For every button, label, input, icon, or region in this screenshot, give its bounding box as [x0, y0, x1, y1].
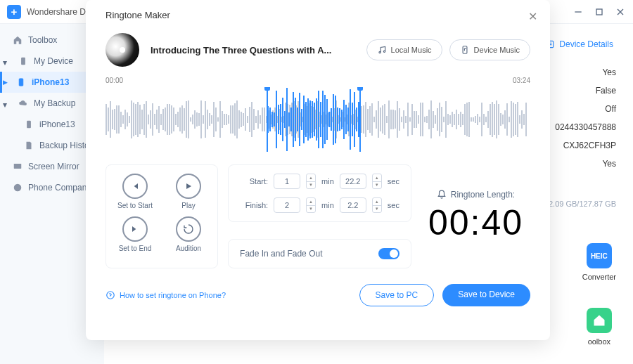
ringtone-length: Ringtone Length: 00:40	[421, 164, 530, 268]
music-icon	[377, 45, 387, 55]
save-to-device-button[interactable]: Save to Device	[442, 284, 530, 306]
svg-point-18	[378, 51, 380, 53]
close-icon[interactable]	[615, 6, 626, 18]
selection-handle-right[interactable]	[357, 87, 363, 91]
device-music-icon	[460, 45, 470, 55]
waveform-end-time: 03:24	[513, 77, 530, 84]
sidebar-label: Screen Mirror	[28, 162, 79, 171]
audition-button[interactable]: Audition	[171, 216, 206, 252]
maximize-icon[interactable]	[594, 6, 605, 18]
save-to-pc-button[interactable]: Save to PC	[359, 284, 435, 306]
device-details-link[interactable]: Device Details	[545, 39, 613, 49]
svg-rect-11	[596, 9, 602, 15]
time-inputs: Start: 1 ▲▼ min 22.2 ▲▼ sec Finish: 2 ▲▼…	[228, 164, 411, 222]
svg-rect-12	[21, 58, 25, 65]
finish-min-input[interactable]: 2	[274, 197, 300, 213]
fade-label: Fade In and Fade Out	[240, 249, 322, 259]
start-label: Start:	[240, 177, 268, 186]
svg-point-16	[14, 184, 22, 192]
heic-icon: HEIC	[587, 243, 612, 268]
selection-handle-left[interactable]	[264, 87, 270, 91]
svg-rect-15	[14, 164, 22, 169]
start-sec-input[interactable]: 22.2	[340, 174, 366, 189]
finish-label: Finish:	[240, 201, 268, 209]
info-value: Off	[555, 100, 616, 118]
start-sec-stepper[interactable]: ▲▼	[372, 174, 382, 189]
phone-icon	[18, 56, 28, 66]
sidebar-label: iPhone13	[39, 119, 75, 129]
modal-close-button[interactable]: ✕	[528, 10, 537, 23]
app-logo: +	[7, 5, 21, 19]
sidebar-label: Toolbox	[28, 35, 57, 45]
svg-point-19	[383, 51, 385, 52]
phone-icon	[24, 119, 34, 129]
device-music-button[interactable]: Device Music	[449, 39, 530, 60]
phone-icon	[16, 77, 26, 87]
toolbox-icon	[587, 308, 612, 333]
help-icon	[106, 290, 115, 300]
card-label: Converter	[582, 273, 616, 281]
finish-sec-input[interactable]: 2.2	[340, 197, 366, 213]
sidebar-label: My Device	[34, 56, 73, 66]
toolbox-card[interactable]: oolbox	[587, 308, 612, 346]
chevron-right-icon: ▶	[3, 79, 8, 86]
svg-rect-14	[27, 121, 31, 129]
info-value: False	[555, 82, 616, 100]
play-button[interactable]: Play	[171, 174, 206, 209]
track-title: Introducing The Three Questions with A..…	[151, 45, 331, 56]
companion-icon	[13, 183, 23, 193]
converter-card[interactable]: HEIC Converter	[582, 243, 616, 281]
set-to-end-button[interactable]: Set to End	[117, 216, 153, 252]
info-value: 0244330457888	[555, 118, 616, 136]
album-art	[106, 33, 139, 67]
bell-icon	[437, 190, 447, 200]
modal-title: Ringtone Maker	[106, 10, 530, 20]
help-link[interactable]: How to set ringtone on Phone?	[106, 290, 226, 300]
waveform[interactable]	[106, 87, 530, 152]
ringtone-maker-modal: Ringtone Maker ✕ Introducing The Three Q…	[86, 0, 550, 340]
info-value: Yes	[555, 63, 616, 82]
device-info-values: Yes False Off 0244330457888 CXJ62CFH3P Y…	[555, 63, 616, 173]
playback-controls: Set to Start Play Set to End Audition	[106, 164, 218, 268]
info-value: CXJ62CFH3P	[555, 136, 616, 155]
length-value: 00:40	[428, 202, 523, 243]
chevron-down-icon: ▾	[3, 58, 10, 65]
home-icon	[13, 35, 23, 45]
finish-min-stepper[interactable]: ▲▼	[306, 197, 316, 213]
set-to-start-button[interactable]: Set to Start	[117, 174, 153, 209]
minimize-icon[interactable]	[573, 6, 584, 18]
monitor-icon	[13, 162, 23, 171]
svg-rect-13	[19, 79, 23, 86]
fade-toggle-row: Fade In and Fade Out	[228, 239, 411, 268]
card-label: oolbox	[588, 337, 610, 346]
fade-toggle[interactable]	[378, 248, 399, 259]
waveform-start-time: 00:00	[106, 77, 123, 84]
chevron-down-icon: ▾	[3, 100, 10, 107]
start-min-stepper[interactable]: ▲▼	[306, 174, 316, 189]
finish-sec-stepper[interactable]: ▲▼	[372, 197, 382, 213]
sidebar-label: My Backup	[34, 98, 75, 108]
sidebar-label: iPhone13	[32, 77, 69, 87]
local-music-button[interactable]: Local Music	[366, 39, 442, 60]
file-icon	[24, 141, 34, 150]
storage-text: 32.09 GB/127.87 GB	[544, 200, 616, 208]
start-min-input[interactable]: 1	[274, 174, 300, 189]
info-value: Yes	[555, 155, 616, 173]
cloud-icon	[18, 98, 28, 108]
